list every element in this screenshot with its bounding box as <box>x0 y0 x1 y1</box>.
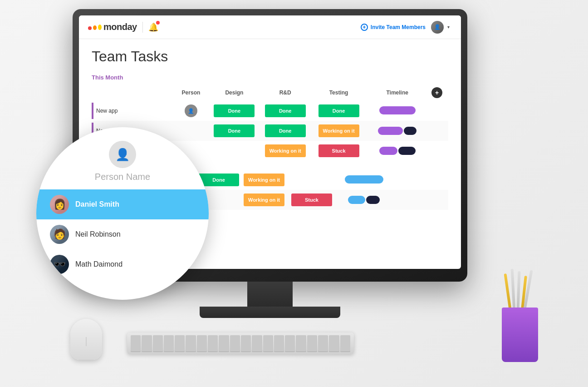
rnd-cell[interactable]: Working on it <box>241 190 287 210</box>
neil-avatar-icon: 🧑 <box>54 228 66 240</box>
pencil <box>517 271 521 310</box>
status-badge-done: Done <box>214 124 255 137</box>
monday-logo: monday <box>88 22 137 32</box>
timeline-bar-2 <box>366 196 380 204</box>
mouse <box>70 319 102 360</box>
rnd-cell[interactable]: Done <box>260 121 311 141</box>
person-avatar[interactable]: 👤 <box>185 104 197 117</box>
pencil-holder <box>497 289 543 362</box>
empty-cell <box>428 101 448 121</box>
col-add-header[interactable]: + <box>428 84 448 101</box>
timeline-cell <box>337 190 391 210</box>
mouse-line <box>86 337 87 346</box>
key <box>252 335 262 352</box>
key <box>307 335 317 352</box>
status-badge-working: Working on it <box>244 194 284 206</box>
person-list-item-neil[interactable]: 🧑 Neil Robinson <box>36 219 209 249</box>
daniel-avatar: 👩 <box>50 195 69 214</box>
chevron-down-icon[interactable]: ▾ <box>445 24 452 31</box>
math-avatar-icon: 🕶️ <box>54 258 66 270</box>
key <box>241 335 251 352</box>
status-badge-stuck: Stuck <box>291 194 332 206</box>
key <box>208 335 218 352</box>
logo-dots <box>88 25 102 30</box>
dot-orange <box>93 25 97 30</box>
person-cell[interactable]: 👤 <box>173 101 209 121</box>
design-cell[interactable]: Done <box>209 121 260 141</box>
empty-cell <box>428 141 448 161</box>
key <box>263 335 273 352</box>
rnd-cell[interactable]: Working on it <box>241 170 287 190</box>
col-design-header: Design <box>209 84 260 101</box>
invite-team-button[interactable]: + Invite Team Members <box>361 24 426 31</box>
holder-cup <box>502 308 538 362</box>
rnd-cell[interactable]: Done <box>260 101 311 121</box>
timeline-bar-2 <box>398 147 416 155</box>
notification-badge <box>156 21 160 25</box>
person-avatar-placeholder: 👤 <box>109 141 136 168</box>
pencil <box>504 273 511 310</box>
timeline-container <box>368 127 426 135</box>
col-person-header: Person <box>173 84 209 101</box>
testing-cell[interactable]: Working on it <box>311 121 367 141</box>
invite-label: Invite Team Members <box>371 24 426 30</box>
timeline-cell <box>367 121 428 141</box>
scene: monday 🔔 + Invite Team Members <box>0 0 588 387</box>
status-badge-working: Working on it <box>265 144 306 157</box>
notification-bell[interactable]: 🔔 <box>148 22 158 32</box>
timeline-bar-1 <box>348 196 365 204</box>
key <box>131 335 141 352</box>
key <box>296 335 306 352</box>
timeline-cell <box>337 170 391 190</box>
monitor-stand-neck <box>247 282 293 309</box>
design-cell[interactable] <box>209 141 260 161</box>
logo-text: monday <box>103 22 137 32</box>
daniel-avatar-icon: 👩 <box>54 198 66 210</box>
logo-divider <box>142 22 143 33</box>
timeline-cell <box>367 141 428 161</box>
status-badge-working: Working on it <box>318 124 359 137</box>
col-testing-header: Testing <box>311 84 367 101</box>
add-column-button[interactable]: + <box>431 87 442 98</box>
popup-content: 👤 Person Name 👩 Daniel Smith 🧑 <box>36 127 209 300</box>
key <box>219 335 229 352</box>
timeline-cell <box>367 101 428 121</box>
key <box>340 335 350 352</box>
plus-icon: + <box>361 24 368 31</box>
design-cell[interactable]: Done <box>209 101 260 121</box>
task-name-cell: New app <box>92 101 173 121</box>
key <box>274 335 284 352</box>
col-rnd-header: R&D <box>260 84 311 101</box>
testing-cell[interactable]: Stuck <box>287 190 337 210</box>
header-right: + Invite Team Members 👤 ▾ <box>361 21 452 34</box>
math-name: Math Daimond <box>75 260 122 268</box>
rnd-cell[interactable]: Working on it <box>260 141 311 161</box>
person-list-item-math[interactable]: 🕶️ Math Daimond <box>36 249 209 279</box>
person-name-label: Person Name <box>36 172 209 182</box>
math-avatar: 🕶️ <box>50 255 69 274</box>
keyboard <box>127 332 354 354</box>
monitor-stand-base <box>200 307 340 318</box>
person-list-item-daniel[interactable]: 👩 Daniel Smith <box>36 189 209 219</box>
testing-cell[interactable] <box>287 170 337 190</box>
key <box>230 335 240 352</box>
testing-cell[interactable]: Stuck <box>311 141 367 161</box>
col-timeline-header: Timeline <box>367 84 428 101</box>
status-badge-stuck: Stuck <box>318 144 359 157</box>
app-header: monday 🔔 + Invite Team Members <box>79 15 461 39</box>
avatar-icon: 👤 <box>434 24 441 30</box>
timeline-bar <box>345 175 383 184</box>
popup-circle: 👤 Person Name 👩 Daniel Smith 🧑 <box>36 127 209 300</box>
empty-cell <box>391 190 448 210</box>
testing-cell[interactable]: Done <box>311 101 367 121</box>
this-month-label: This Month <box>92 74 448 81</box>
status-badge-done: Done <box>265 124 306 137</box>
timeline-bar-1 <box>379 147 397 155</box>
timeline-bar <box>379 106 416 114</box>
neil-name: Neil Robinson <box>75 230 121 238</box>
key <box>164 335 174 352</box>
status-badge-working: Working on it <box>244 174 284 186</box>
keyboard-keys <box>131 335 350 352</box>
timeline-bar-1 <box>378 127 403 135</box>
user-avatar[interactable]: 👤 <box>431 21 444 34</box>
